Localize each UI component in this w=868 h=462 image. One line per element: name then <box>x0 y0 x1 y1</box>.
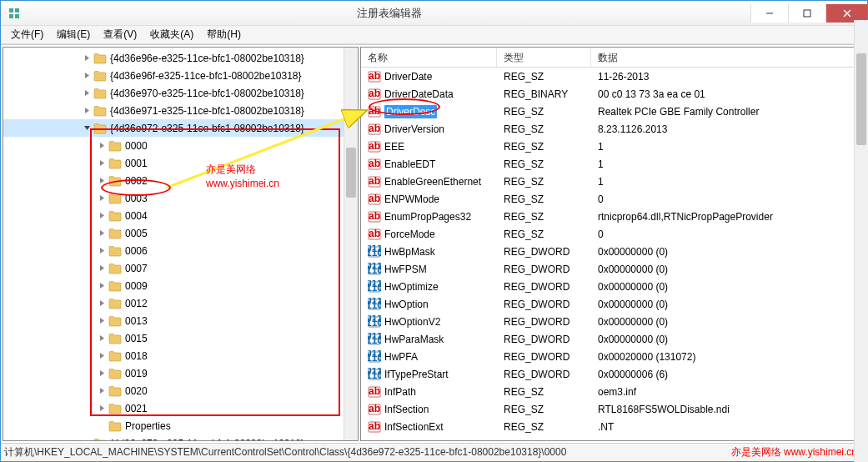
value-row[interactable]: EnableEDTREG_SZ1 <box>361 155 865 173</box>
expand-icon[interactable] <box>82 88 92 98</box>
tree-item[interactable]: 0002 <box>3 172 358 189</box>
app-icon <box>8 7 21 20</box>
header-type[interactable]: 类型 <box>497 48 591 67</box>
value-row[interactable]: EEEREG_SZ1 <box>361 138 865 155</box>
expand-icon[interactable] <box>82 439 92 442</box>
tree-item[interactable]: 0003 <box>3 189 358 207</box>
expand-icon[interactable] <box>97 334 107 344</box>
expand-icon[interactable] <box>97 158 107 168</box>
value-row[interactable]: IfTypePreStartREG_DWORD0x00000006 (6) <box>361 365 865 383</box>
expand-icon[interactable] <box>97 281 107 291</box>
header-data[interactable]: 数据 <box>591 48 865 67</box>
expand-icon[interactable] <box>97 299 107 309</box>
value-row[interactable]: InfSectionREG_SZRTL8168FS5WOLDisable.ndi <box>361 400 865 418</box>
value-row[interactable]: DriverDateDataREG_BINARY00 c0 13 73 3a e… <box>361 85 865 103</box>
value-name: EnableGreenEthernet <box>384 176 481 188</box>
expand-icon[interactable] <box>97 351 107 361</box>
tree-item[interactable]: {4d36e970-e325-11ce-bfc1-08002be10318} <box>3 84 358 102</box>
tree-pane[interactable]: {4d36e96e-e325-11ce-bfc1-08002be10318}{4… <box>3 47 359 441</box>
title-bar: 注册表编辑器 <box>1 1 867 26</box>
values-pane[interactable]: 名称 类型 数据 DriverDateREG_SZ11-26-2013Drive… <box>360 47 865 441</box>
value-row[interactable]: HwPFAREG_DWORD0x00020000 (131072) <box>361 348 865 365</box>
value-row[interactable]: ENPWModeREG_SZ0 <box>361 190 865 208</box>
maximize-button[interactable] <box>788 4 825 23</box>
header-name[interactable]: 名称 <box>361 48 497 67</box>
tree-item[interactable]: 0005 <box>3 224 358 242</box>
menu-view[interactable]: 查看(V) <box>97 26 143 43</box>
menu-file[interactable]: 文件(F) <box>4 26 50 43</box>
tree-item[interactable]: 0021 <box>3 399 358 417</box>
value-name: InfPath <box>384 386 416 398</box>
expand-icon[interactable] <box>97 369 107 379</box>
tree-item[interactable]: 0009 <box>3 277 358 294</box>
tree-item[interactable]: {4d36e96e-e325-11ce-bfc1-08002be10318} <box>3 49 358 67</box>
menu-help[interactable]: 帮助(H) <box>200 26 248 43</box>
expand-icon[interactable] <box>97 246 107 256</box>
tree-item-label: 0002 <box>125 175 148 187</box>
expand-icon[interactable] <box>97 211 107 221</box>
value-data: 0x00000000 (0) <box>591 281 865 293</box>
expand-icon[interactable] <box>82 53 92 63</box>
folder-icon <box>108 280 122 292</box>
value-row[interactable]: ForceModeREG_SZ0 <box>361 225 865 243</box>
expand-icon[interactable] <box>97 228 107 239</box>
expand-icon[interactable] <box>82 71 92 81</box>
expand-icon[interactable] <box>97 141 107 151</box>
minimize-button[interactable] <box>750 4 788 23</box>
expand-icon[interactable] <box>97 404 107 414</box>
menu-favorites[interactable]: 收藏夹(A) <box>143 26 200 43</box>
tree-item[interactable]: 0007 <box>3 259 358 277</box>
value-row[interactable]: EnumPropPages32REG_SZrtnicprop64.dll,RTN… <box>361 208 865 225</box>
expand-icon[interactable] <box>97 193 107 203</box>
expand-icon[interactable] <box>82 106 92 116</box>
value-row[interactable]: HwParaMaskREG_DWORD0x00000000 (0) <box>361 330 865 348</box>
tree-item[interactable]: Properties <box>3 417 358 434</box>
tree-item[interactable]: {4d36e96f-e325-11ce-bfc1-08002be10318} <box>3 67 358 84</box>
tree-item[interactable]: {4d36e971-e325-11ce-bfc1-08002be10318} <box>3 102 358 119</box>
value-name: DriverDesc <box>384 105 437 118</box>
value-row[interactable]: DriverDescREG_SZRealtek PCIe GBE Family … <box>361 103 865 120</box>
tree-item[interactable]: {4d36e972-e325-11ce-bfc1-08002be10318} <box>3 119 358 137</box>
expand-icon[interactable] <box>97 264 107 274</box>
value-name: HwOptionV2 <box>384 316 440 328</box>
tree-item[interactable]: 0000 <box>3 137 358 154</box>
value-name: HwOptimize <box>384 281 439 293</box>
tree-item[interactable]: 0012 <box>3 294 358 312</box>
value-row[interactable]: HwBpMaskREG_DWORD0x00000000 (0) <box>361 243 865 260</box>
value-row[interactable]: DriverVersionREG_SZ8.23.1126.2013 <box>361 120 865 138</box>
tree-item[interactable]: 0015 <box>3 329 358 347</box>
svg-rect-10 <box>804 10 810 17</box>
tree-item[interactable]: 0019 <box>3 364 358 382</box>
tree-item-label: 0005 <box>125 228 148 239</box>
value-row[interactable]: EnableGreenEthernetREG_SZ1 <box>361 173 865 190</box>
value-row[interactable]: DriverDateREG_SZ11-26-2013 <box>361 68 865 85</box>
tree-item-label: 0001 <box>125 158 148 169</box>
expand-icon[interactable] <box>97 176 107 186</box>
value-row[interactable]: InfSectionExtREG_SZ.NT <box>361 418 865 435</box>
value-row[interactable]: HwOptionREG_DWORD0x00000000 (0) <box>361 295 865 313</box>
value-row[interactable]: HwOptionV2REG_DWORD0x00000000 (0) <box>361 313 865 330</box>
tree-item[interactable]: 0001 <box>3 154 358 172</box>
dword-value-icon <box>368 245 381 259</box>
list-scrollbar[interactable] <box>854 47 865 441</box>
menu-edit[interactable]: 编辑(E) <box>50 26 97 43</box>
collapse-icon[interactable] <box>82 123 92 133</box>
value-name: InfSection <box>384 404 429 415</box>
tree-item[interactable]: 0006 <box>3 242 358 259</box>
value-type: REG_DWORD <box>497 246 591 258</box>
folder-icon <box>108 263 122 274</box>
expand-icon[interactable] <box>97 316 107 326</box>
expand-icon[interactable] <box>97 386 107 396</box>
tree-item[interactable]: 0004 <box>3 207 358 224</box>
tree-item-label: 0003 <box>125 193 148 204</box>
tree-item[interactable]: {4d36e973-e325-11ce-bfc1-08002be10318} <box>3 434 358 441</box>
value-row[interactable]: InfPathREG_SZoem3.inf <box>361 383 865 400</box>
tree-scrollbar[interactable] <box>344 48 358 440</box>
value-type: REG_SZ <box>497 193 591 205</box>
folder-icon <box>108 403 122 414</box>
tree-item[interactable]: 0018 <box>3 347 358 364</box>
value-row[interactable]: HwOptimizeREG_DWORD0x00000000 (0) <box>361 278 865 295</box>
value-row[interactable]: HwFPSMREG_DWORD0x00000000 (0) <box>361 260 865 278</box>
tree-item[interactable]: 0020 <box>3 382 358 399</box>
tree-item[interactable]: 0013 <box>3 312 358 329</box>
